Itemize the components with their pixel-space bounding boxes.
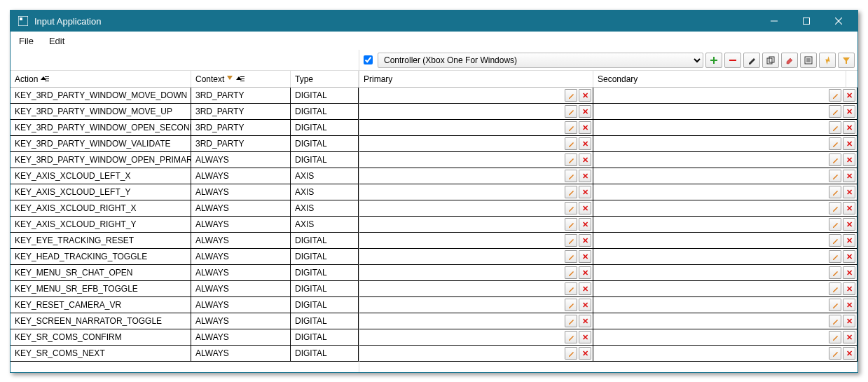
clear-binding-button[interactable]: ✕ [579, 218, 591, 231]
table-row[interactable]: KEY_SCREEN_NARRATOR_TOGGLEALWAYSDIGITAL [11, 313, 359, 329]
edit-binding-button[interactable] [829, 121, 841, 134]
edit-binding-button[interactable] [829, 299, 841, 311]
edit-binding-button[interactable] [565, 218, 577, 231]
edit-binding-button[interactable] [829, 105, 841, 118]
edit-binding-button[interactable] [829, 218, 841, 231]
clear-binding-button[interactable]: ✕ [843, 105, 855, 118]
edit-binding-button[interactable] [565, 315, 577, 327]
edit-binding-button[interactable] [829, 282, 841, 295]
edit-binding-button[interactable] [565, 186, 577, 198]
table-row[interactable]: KEY_3RD_PARTY_WINDOW_VALIDATE3RD_PARTYDI… [11, 136, 359, 152]
clear-binding-button[interactable]: ✕ [579, 137, 591, 150]
erase-button[interactable] [781, 53, 798, 68]
clear-binding-button[interactable]: ✕ [579, 202, 591, 214]
edit-binding-button[interactable] [565, 121, 577, 134]
clear-binding-button[interactable]: ✕ [843, 218, 855, 231]
clear-binding-button[interactable]: ✕ [579, 331, 591, 343]
device-select[interactable]: Controller (Xbox One For Windows) [378, 53, 703, 68]
maximize-button[interactable] [790, 11, 822, 32]
edit-binding-button[interactable] [829, 202, 841, 214]
clear-binding-button[interactable]: ✕ [843, 347, 855, 360]
clear-binding-button[interactable]: ✕ [579, 347, 591, 360]
edit-binding-button[interactable] [565, 137, 577, 150]
table-row[interactable]: KEY_3RD_PARTY_WINDOW_MOVE_DOWN3RD_PARTYD… [11, 88, 359, 104]
clear-binding-button[interactable]: ✕ [843, 331, 855, 343]
close-button[interactable] [822, 11, 855, 32]
table-row[interactable]: KEY_EYE_TRACKING_RESETALWAYSDIGITAL [11, 233, 359, 249]
clear-binding-button[interactable]: ✕ [843, 202, 855, 214]
copy-button[interactable] [762, 53, 779, 68]
table-row[interactable]: KEY_3RD_PARTY_WINDOW_MOVE_UP3RD_PARTYDIG… [11, 104, 359, 120]
edit-binding-button[interactable] [565, 331, 577, 343]
edit-binding-button[interactable] [565, 89, 577, 102]
add-button[interactable] [705, 53, 722, 68]
clear-binding-button[interactable]: ✕ [843, 154, 855, 166]
clear-binding-button[interactable]: ✕ [843, 282, 855, 295]
list-button[interactable] [800, 53, 817, 68]
clear-binding-button[interactable]: ✕ [843, 266, 855, 279]
header-context[interactable]: Context [191, 71, 291, 87]
table-row[interactable]: KEY_SR_COMS_CONFIRMALWAYSDIGITAL [11, 329, 359, 346]
clear-binding-button[interactable]: ✕ [579, 250, 591, 263]
clear-binding-button[interactable]: ✕ [579, 282, 591, 295]
clear-binding-button[interactable]: ✕ [843, 137, 855, 150]
table-row[interactable]: KEY_MENU_SR_CHAT_OPENALWAYSDIGITAL [11, 265, 359, 281]
clear-binding-button[interactable]: ✕ [843, 170, 855, 182]
clear-binding-button[interactable]: ✕ [843, 89, 855, 102]
table-row[interactable]: KEY_MENU_SR_EFB_TOGGLEALWAYSDIGITAL [11, 281, 359, 297]
clear-binding-button[interactable]: ✕ [579, 315, 591, 327]
edit-binding-button[interactable] [829, 250, 841, 263]
clear-binding-button[interactable]: ✕ [579, 89, 591, 102]
edit-binding-button[interactable] [829, 89, 841, 102]
edit-binding-button[interactable] [829, 347, 841, 360]
right-rows[interactable]: ✕✕✕✕✕✕✕✕✕✕✕✕✕✕✕✕✕✕✕✕✕✕✕✕✕✕✕✕✕✕✕✕✕✕ [359, 88, 857, 372]
edit-binding-button[interactable] [829, 234, 841, 247]
table-row[interactable]: KEY_AXIS_XCLOUD_LEFT_XALWAYSAXIS [11, 168, 359, 184]
table-row[interactable]: KEY_3RD_PARTY_WINDOW_OPEN_SECONDARY3RD_P… [11, 120, 359, 136]
edit-binding-button[interactable] [565, 234, 577, 247]
edit-binding-button[interactable] [565, 266, 577, 279]
filter-button[interactable] [838, 53, 855, 68]
clear-binding-button[interactable]: ✕ [579, 234, 591, 247]
clear-binding-button[interactable]: ✕ [579, 266, 591, 279]
header-action[interactable]: Action [11, 71, 191, 87]
remove-button[interactable] [724, 53, 741, 68]
edit-binding-button[interactable] [565, 250, 577, 263]
filter-icon[interactable] [227, 76, 233, 82]
edit-binding-button[interactable] [565, 299, 577, 311]
clear-binding-button[interactable]: ✕ [579, 299, 591, 311]
device-enable-checkbox[interactable] [364, 55, 373, 64]
header-secondary[interactable]: Secondary [593, 71, 846, 87]
edit-binding-button[interactable] [565, 347, 577, 360]
sort-icon[interactable] [41, 76, 48, 83]
clear-binding-button[interactable]: ✕ [579, 170, 591, 182]
minimize-button[interactable] [758, 11, 790, 32]
edit-binding-button[interactable] [565, 282, 577, 295]
edit-binding-button[interactable] [829, 331, 841, 343]
table-row[interactable]: KEY_RESET_CAMERA_VRALWAYSDIGITAL [11, 297, 359, 313]
edit-binding-button[interactable] [829, 154, 841, 166]
clear-binding-button[interactable]: ✕ [843, 121, 855, 134]
table-row[interactable]: KEY_AXIS_XCLOUD_LEFT_YALWAYSAXIS [11, 184, 359, 200]
edit-binding-button[interactable] [829, 315, 841, 327]
edit-binding-button[interactable] [565, 105, 577, 118]
header-type[interactable]: Type [291, 71, 359, 87]
header-primary[interactable]: Primary [359, 71, 593, 87]
flash-button[interactable] [819, 53, 836, 68]
edit-binding-button[interactable] [565, 202, 577, 214]
edit-button[interactable] [743, 53, 760, 68]
table-row[interactable]: KEY_HEAD_TRACKING_TOGGLEALWAYSDIGITAL [11, 249, 359, 265]
edit-binding-button[interactable] [565, 154, 577, 166]
table-row[interactable]: KEY_3RD_PARTY_WINDOW_OPEN_PRIMARYALWAYSD… [11, 152, 359, 168]
menu-edit[interactable]: Edit [46, 34, 67, 48]
clear-binding-button[interactable]: ✕ [843, 315, 855, 327]
clear-binding-button[interactable]: ✕ [843, 299, 855, 311]
edit-binding-button[interactable] [829, 170, 841, 182]
table-row[interactable]: KEY_AXIS_XCLOUD_RIGHT_XALWAYSAXIS [11, 200, 359, 217]
clear-binding-button[interactable]: ✕ [843, 250, 855, 263]
edit-binding-button[interactable] [829, 266, 841, 279]
edit-binding-button[interactable] [565, 170, 577, 182]
edit-binding-button[interactable] [829, 137, 841, 150]
table-row[interactable]: KEY_SR_COMS_NEXTALWAYSDIGITAL [11, 346, 359, 362]
clear-binding-button[interactable]: ✕ [579, 121, 591, 134]
